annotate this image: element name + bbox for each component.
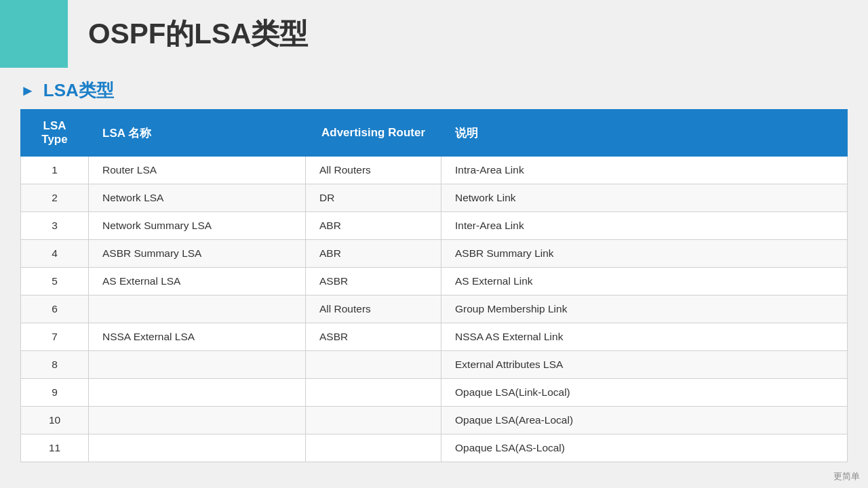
lsa-table: LSAType LSA 名称 Advertising Router 说明 1Ro… [20, 109, 848, 462]
header: OSPF的LSA类型 [0, 0, 868, 68]
cell-name: NSSA External LSA [89, 323, 306, 351]
section-arrow: ► [20, 82, 35, 100]
page-container: OSPF的LSA类型 ► LSA类型 LSAType LSA 名称 Advert… [0, 0, 868, 488]
cell-desc: Group Membership Link [441, 296, 848, 323]
table-row: 6All RoutersGroup Membership Link [21, 296, 848, 323]
cell-router: ABR [306, 240, 441, 268]
section-heading: ► LSA类型 [0, 68, 868, 109]
cell-type: 5 [21, 268, 89, 296]
cell-name [89, 434, 306, 462]
table-wrapper: LSAType LSA 名称 Advertising Router 说明 1Ro… [20, 109, 848, 462]
cell-router: ABR [306, 212, 441, 240]
table-header-row: LSAType LSA 名称 Advertising Router 说明 [21, 110, 848, 157]
table-row: 4ASBR Summary LSAABRASBR Summary Link [21, 240, 848, 268]
table-row: 9Opaque LSA(Link-Local) [21, 379, 848, 407]
cell-router: ASBR [306, 323, 441, 351]
cell-type: 2 [21, 184, 89, 212]
cell-type: 11 [21, 434, 89, 462]
cell-router [306, 434, 441, 462]
table-row: 10Opaque LSA(Area-Local) [21, 407, 848, 434]
cell-desc: NSSA AS External Link [441, 323, 848, 351]
table-row: 3Network Summary LSAABRInter-Area Link [21, 212, 848, 240]
col-router: Advertising Router [306, 110, 441, 157]
cell-type: 7 [21, 323, 89, 351]
table-row: 2Network LSADRNetwork Link [21, 184, 848, 212]
table-row: 5AS External LSAASBRAS External Link [21, 268, 848, 296]
cell-desc: Inter-Area Link [441, 212, 848, 240]
table-row: 11Opaque LSA(AS-Local) [21, 434, 848, 462]
cell-router: DR [306, 184, 441, 212]
section-label: LSA类型 [43, 79, 114, 102]
cell-desc: Network Link [441, 184, 848, 212]
cell-name: Router LSA [89, 157, 306, 184]
col-name: LSA 名称 [89, 110, 306, 157]
cell-name [89, 407, 306, 434]
cell-name [89, 351, 306, 379]
table-row: 1Router LSAAll RoutersIntra-Area Link [21, 157, 848, 184]
cell-type: 3 [21, 212, 89, 240]
cell-router [306, 379, 441, 407]
cell-router [306, 351, 441, 379]
cell-desc: Opaque LSA(AS-Local) [441, 434, 848, 462]
cell-name [89, 379, 306, 407]
cell-name: Network LSA [89, 184, 306, 212]
table-row: 7NSSA External LSAASBRNSSA AS External L… [21, 323, 848, 351]
cell-type: 9 [21, 379, 89, 407]
cell-type: 6 [21, 296, 89, 323]
cell-name: ASBR Summary LSA [89, 240, 306, 268]
cell-router: All Routers [306, 296, 441, 323]
cell-type: 8 [21, 351, 89, 379]
cell-type: 10 [21, 407, 89, 434]
cell-desc: Intra-Area Link [441, 157, 848, 184]
page-title: OSPF的LSA类型 [68, 15, 308, 53]
cell-desc: Opaque LSA(Link-Local) [441, 379, 848, 407]
cell-desc: AS External Link [441, 268, 848, 296]
col-desc: 说明 [441, 110, 848, 157]
watermark: 更简单 [833, 470, 860, 483]
cell-name: AS External LSA [89, 268, 306, 296]
cell-desc: External Attributes LSA [441, 351, 848, 379]
cell-router: ASBR [306, 268, 441, 296]
cell-type: 4 [21, 240, 89, 268]
cell-router: All Routers [306, 157, 441, 184]
cell-desc: Opaque LSA(Area-Local) [441, 407, 848, 434]
table-row: 8External Attributes LSA [21, 351, 848, 379]
cell-name: Network Summary LSA [89, 212, 306, 240]
cell-desc: ASBR Summary Link [441, 240, 848, 268]
header-accent [0, 0, 68, 68]
cell-router [306, 407, 441, 434]
col-type: LSAType [21, 110, 89, 157]
cell-type: 1 [21, 157, 89, 184]
cell-name [89, 296, 306, 323]
